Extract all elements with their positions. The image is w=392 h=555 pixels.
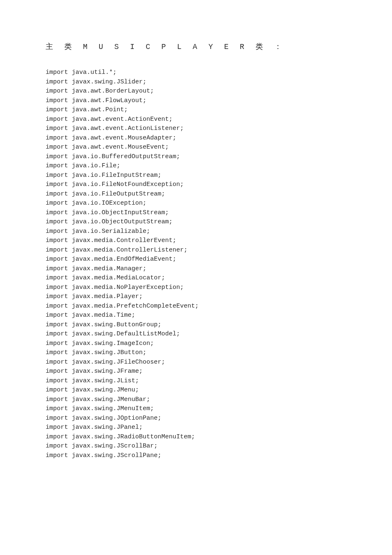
page-heading: 主类MUSICPLAYER类： xyxy=(46,42,346,51)
code-block: import java.util.*; import javax.swing.J… xyxy=(46,68,346,460)
document-page: 主类MUSICPLAYER类： import java.util.*; impo… xyxy=(0,0,392,460)
